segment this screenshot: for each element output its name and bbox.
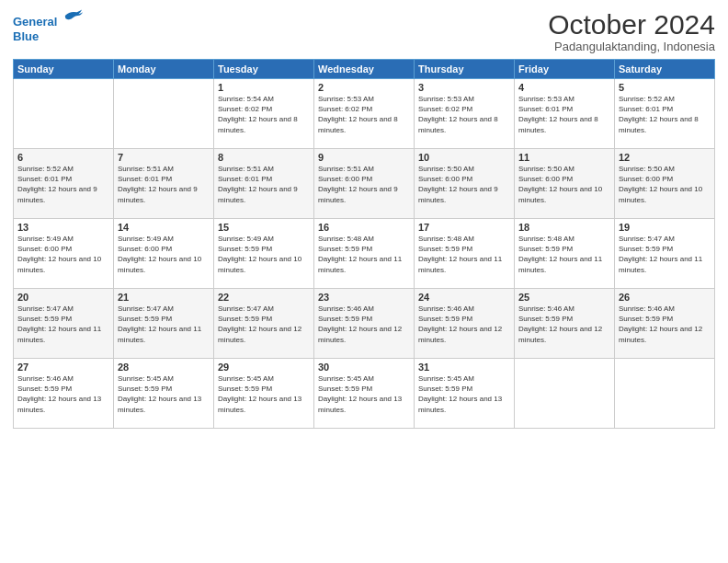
- day-number: 23: [318, 292, 410, 303]
- day-number: 15: [218, 222, 310, 233]
- title-block: October 2024 Padangulaktanding, Indonesi…: [548, 9, 715, 53]
- calendar-cell: 6 Sunrise: 5:52 AMSunset: 6:01 PMDayligh…: [14, 149, 114, 219]
- day-info: Sunrise: 5:45 AMSunset: 5:59 PMDaylight:…: [418, 374, 502, 414]
- calendar-cell: 20 Sunrise: 5:47 AMSunset: 5:59 PMDaylig…: [14, 289, 114, 359]
- weekday-header-cell: Friday: [515, 60, 615, 79]
- day-number: 25: [518, 292, 610, 303]
- day-info: Sunrise: 5:51 AMSunset: 6:01 PMDaylight:…: [118, 165, 198, 204]
- day-info: Sunrise: 5:45 AMSunset: 5:59 PMDaylight:…: [118, 374, 201, 414]
- day-info: Sunrise: 5:49 AMSunset: 5:59 PMDaylight:…: [218, 235, 301, 274]
- calendar-cell: 21 Sunrise: 5:47 AMSunset: 5:59 PMDaylig…: [114, 289, 214, 359]
- day-number: 24: [418, 292, 510, 303]
- weekday-header-cell: Thursday: [415, 60, 515, 79]
- day-number: 10: [418, 152, 510, 163]
- calendar-cell: 5 Sunrise: 5:52 AMSunset: 6:01 PMDayligh…: [615, 79, 715, 149]
- day-number: 13: [17, 222, 109, 233]
- calendar-body: 1 Sunrise: 5:54 AMSunset: 6:02 PMDayligh…: [14, 79, 715, 429]
- calendar-week-row: 27 Sunrise: 5:46 AMSunset: 5:59 PMDaylig…: [14, 359, 715, 429]
- day-info: Sunrise: 5:53 AMSunset: 6:01 PMDaylight:…: [518, 95, 598, 134]
- weekday-header-cell: Tuesday: [214, 60, 314, 79]
- calendar-cell: 10 Sunrise: 5:50 AMSunset: 6:00 PMDaylig…: [415, 149, 515, 219]
- calendar-cell: 1 Sunrise: 5:54 AMSunset: 6:02 PMDayligh…: [214, 79, 314, 149]
- weekday-header-cell: Wednesday: [314, 60, 415, 79]
- logo-blue: Blue: [13, 29, 39, 43]
- calendar-cell: 27 Sunrise: 5:46 AMSunset: 5:59 PMDaylig…: [14, 359, 114, 429]
- logo: General Blue: [13, 13, 84, 43]
- day-number: 29: [218, 362, 310, 373]
- day-number: 6: [17, 152, 109, 163]
- day-number: 4: [518, 82, 610, 93]
- logo-bird-icon: [63, 6, 84, 26]
- day-number: 21: [118, 292, 210, 303]
- calendar-cell: 4 Sunrise: 5:53 AMSunset: 6:01 PMDayligh…: [515, 79, 615, 149]
- day-info: Sunrise: 5:48 AMSunset: 5:59 PMDaylight:…: [518, 235, 602, 274]
- day-number: 16: [318, 222, 410, 233]
- day-number: 31: [418, 362, 510, 373]
- calendar-cell: 18 Sunrise: 5:48 AMSunset: 5:59 PMDaylig…: [515, 219, 615, 289]
- day-number: 26: [619, 292, 711, 303]
- day-number: 12: [619, 152, 711, 163]
- header: General Blue October 2024 Padangulaktand…: [13, 9, 715, 53]
- calendar-cell: 28 Sunrise: 5:45 AMSunset: 5:59 PMDaylig…: [114, 359, 214, 429]
- calendar-cell: 17 Sunrise: 5:48 AMSunset: 5:59 PMDaylig…: [415, 219, 515, 289]
- calendar-cell: [114, 79, 214, 149]
- day-info: Sunrise: 5:51 AMSunset: 6:00 PMDaylight:…: [318, 165, 398, 204]
- calendar-cell: 25 Sunrise: 5:46 AMSunset: 5:59 PMDaylig…: [515, 289, 615, 359]
- day-info: Sunrise: 5:49 AMSunset: 6:00 PMDaylight:…: [17, 235, 101, 274]
- day-info: Sunrise: 5:48 AMSunset: 5:59 PMDaylight:…: [418, 235, 502, 274]
- day-info: Sunrise: 5:47 AMSunset: 5:59 PMDaylight:…: [619, 235, 702, 274]
- calendar-cell: 23 Sunrise: 5:46 AMSunset: 5:59 PMDaylig…: [314, 289, 415, 359]
- calendar-cell: 30 Sunrise: 5:45 AMSunset: 5:59 PMDaylig…: [314, 359, 415, 429]
- day-number: 8: [218, 152, 310, 163]
- calendar-cell: 22 Sunrise: 5:47 AMSunset: 5:59 PMDaylig…: [214, 289, 314, 359]
- calendar-cell: 9 Sunrise: 5:51 AMSunset: 6:00 PMDayligh…: [314, 149, 415, 219]
- day-info: Sunrise: 5:50 AMSunset: 6:00 PMDaylight:…: [518, 165, 602, 204]
- calendar-cell: 16 Sunrise: 5:48 AMSunset: 5:59 PMDaylig…: [314, 219, 415, 289]
- month-title: October 2024: [548, 9, 715, 40]
- calendar-cell: 12 Sunrise: 5:50 AMSunset: 6:00 PMDaylig…: [615, 149, 715, 219]
- calendar-cell: [14, 79, 114, 149]
- calendar-cell: 31 Sunrise: 5:45 AMSunset: 5:59 PMDaylig…: [415, 359, 515, 429]
- day-number: 7: [118, 152, 210, 163]
- day-info: Sunrise: 5:46 AMSunset: 5:59 PMDaylight:…: [318, 304, 402, 344]
- calendar-cell: 3 Sunrise: 5:53 AMSunset: 6:02 PMDayligh…: [415, 79, 515, 149]
- day-number: 3: [418, 82, 510, 93]
- day-info: Sunrise: 5:53 AMSunset: 6:02 PMDaylight:…: [418, 95, 498, 134]
- day-number: 17: [418, 222, 510, 233]
- calendar-cell: 8 Sunrise: 5:51 AMSunset: 6:01 PMDayligh…: [214, 149, 314, 219]
- calendar-week-row: 6 Sunrise: 5:52 AMSunset: 6:01 PMDayligh…: [14, 149, 715, 219]
- day-info: Sunrise: 5:47 AMSunset: 5:59 PMDaylight:…: [218, 304, 301, 344]
- weekday-header-cell: Sunday: [14, 60, 114, 79]
- day-info: Sunrise: 5:49 AMSunset: 6:00 PMDaylight:…: [118, 235, 201, 274]
- day-info: Sunrise: 5:52 AMSunset: 6:01 PMDaylight:…: [619, 95, 699, 134]
- day-info: Sunrise: 5:48 AMSunset: 5:59 PMDaylight:…: [318, 235, 402, 274]
- calendar-table: SundayMondayTuesdayWednesdayThursdayFrid…: [13, 59, 715, 429]
- day-info: Sunrise: 5:46 AMSunset: 5:59 PMDaylight:…: [418, 304, 502, 344]
- page: General Blue October 2024 Padangulaktand…: [0, 0, 728, 563]
- day-number: 20: [17, 292, 109, 303]
- day-number: 30: [318, 362, 410, 373]
- day-info: Sunrise: 5:47 AMSunset: 5:59 PMDaylight:…: [17, 304, 101, 344]
- calendar-cell: [615, 359, 715, 429]
- day-number: 28: [118, 362, 210, 373]
- calendar-cell: 13 Sunrise: 5:49 AMSunset: 6:00 PMDaylig…: [14, 219, 114, 289]
- day-info: Sunrise: 5:46 AMSunset: 5:59 PMDaylight:…: [619, 304, 702, 344]
- calendar-week-row: 20 Sunrise: 5:47 AMSunset: 5:59 PMDaylig…: [14, 289, 715, 359]
- day-info: Sunrise: 5:53 AMSunset: 6:02 PMDaylight:…: [318, 95, 398, 134]
- day-info: Sunrise: 5:50 AMSunset: 6:00 PMDaylight:…: [418, 165, 498, 204]
- day-number: 18: [518, 222, 610, 233]
- day-number: 27: [17, 362, 109, 373]
- day-number: 9: [318, 152, 410, 163]
- calendar-week-row: 13 Sunrise: 5:49 AMSunset: 6:00 PMDaylig…: [14, 219, 715, 289]
- location: Padangulaktanding, Indonesia: [548, 40, 715, 53]
- calendar-cell: 7 Sunrise: 5:51 AMSunset: 6:01 PMDayligh…: [114, 149, 214, 219]
- weekday-header-row: SundayMondayTuesdayWednesdayThursdayFrid…: [14, 60, 715, 79]
- logo-general: General: [13, 15, 57, 29]
- day-info: Sunrise: 5:47 AMSunset: 5:59 PMDaylight:…: [118, 304, 201, 344]
- calendar-cell: 19 Sunrise: 5:47 AMSunset: 5:59 PMDaylig…: [615, 219, 715, 289]
- day-number: 1: [218, 82, 310, 93]
- day-info: Sunrise: 5:50 AMSunset: 6:00 PMDaylight:…: [619, 165, 702, 204]
- weekday-header-cell: Saturday: [615, 60, 715, 79]
- day-number: 2: [318, 82, 410, 93]
- calendar-cell: 26 Sunrise: 5:46 AMSunset: 5:59 PMDaylig…: [615, 289, 715, 359]
